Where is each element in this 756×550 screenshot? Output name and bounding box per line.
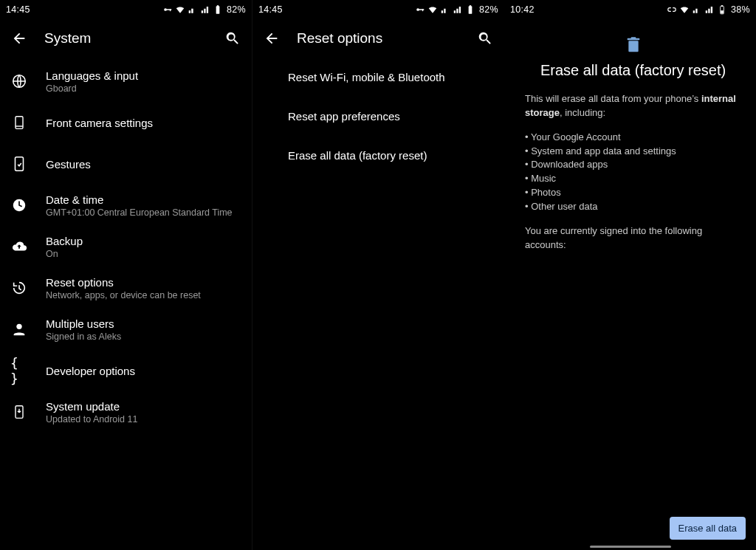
status-bar: 14:45 82%	[0, 0, 252, 19]
status-bar: 10:42 38%	[504, 0, 756, 19]
system-settings-panel: 14:45 82% System Languages & inputGboard…	[0, 0, 252, 550]
svg-rect-4	[217, 5, 219, 7]
erase-bullet: System and app data and settings	[525, 145, 741, 159]
row-label: Reset options	[46, 276, 201, 289]
svg-rect-2	[170, 9, 171, 11]
reset-options-panel: 14:45 82% Reset options Reset Wi-Fi, mob…	[252, 0, 504, 550]
row-label: Developer options	[46, 365, 135, 377]
settings-row-gestures[interactable]: Gestures	[0, 143, 252, 185]
signal-icon-2	[200, 4, 210, 15]
arrow-back-icon	[11, 30, 27, 47]
settings-row-date-time[interactable]: Date & timeGMT+01:00 Central European St…	[0, 185, 252, 226]
battery-text: 82%	[227, 4, 246, 15]
svg-rect-3	[216, 6, 220, 13]
nav-pill[interactable]	[590, 546, 671, 549]
status-icons: 38%	[667, 4, 750, 15]
erase-list: Your Google AccountSystem and app data a…	[525, 131, 741, 214]
person-icon	[10, 320, 28, 338]
trash-icon	[626, 37, 641, 53]
battery-text: 38%	[731, 4, 750, 15]
erase-bullet: Other user data	[525, 200, 741, 214]
factory-reset-panel: 10:42 38% Erase all data (factory reset)…	[504, 0, 756, 550]
settings-row-multiple-users[interactable]: Multiple usersSigned in as Aleks	[0, 309, 252, 350]
svg-point-10	[16, 324, 21, 329]
svg-rect-13	[419, 9, 424, 10]
svg-rect-6	[16, 117, 23, 129]
row-label: Front camera settings	[46, 117, 153, 129]
svg-rect-20	[628, 41, 638, 52]
erase-bullet: Downloaded apps	[525, 158, 741, 172]
reset-option-1[interactable]: Reset app preferences	[252, 97, 504, 136]
restore-icon	[10, 279, 28, 297]
settings-row-system-update[interactable]: System updateUpdated to Android 11	[0, 391, 252, 433]
back-button[interactable]	[9, 28, 30, 49]
row-subtext: Updated to Android 11	[46, 414, 137, 424]
svg-rect-15	[469, 6, 472, 13]
globe-icon	[10, 72, 28, 90]
svg-rect-19	[721, 10, 724, 13]
reset-option-0[interactable]: Reset Wi-Fi, mobile & Bluetooth	[252, 58, 504, 97]
row-label: Gestures	[46, 158, 91, 171]
svg-rect-18	[721, 5, 723, 7]
factory-reset-content: Erase all data (factory reset) This will…	[504, 19, 756, 262]
battery-icon	[465, 4, 475, 15]
status-icons: 82%	[415, 4, 498, 15]
page-title: System	[44, 30, 222, 47]
battery-icon	[213, 4, 223, 15]
erase-all-data-button[interactable]: Erase all data	[670, 517, 746, 540]
reset-option-2[interactable]: Erase all data (factory reset)	[252, 136, 504, 175]
status-icons: 82%	[162, 4, 246, 15]
settings-list: Languages & inputGboardFront camera sett…	[0, 58, 252, 436]
row-subtext: Network, apps, or device can be reset	[46, 290, 201, 300]
system-update-icon	[10, 403, 28, 421]
reset-options-list: Reset Wi-Fi, mobile & BluetoothReset app…	[252, 58, 504, 175]
row-subtext: Gboard	[46, 83, 138, 94]
battery-icon	[717, 4, 727, 15]
erase-bullet: Music	[525, 172, 741, 186]
search-button[interactable]	[222, 28, 243, 49]
clock: 14:45	[6, 4, 30, 15]
settings-row-reset-options[interactable]: Reset optionsNetwork, apps, or device ca…	[0, 267, 252, 309]
signal-icon	[188, 4, 198, 15]
settings-row-backup[interactable]: BackupOn	[0, 226, 252, 267]
row-label: Multiple users	[46, 317, 121, 330]
app-bar: Reset options	[252, 19, 504, 58]
arrow-back-icon	[264, 30, 280, 47]
factory-reset-intro: This will erase all data from your phone…	[525, 92, 741, 120]
clock-icon	[10, 196, 28, 214]
key-icon	[415, 4, 425, 15]
signal-icon-2	[453, 4, 463, 15]
erase-bullet: Your Google Account	[525, 131, 741, 145]
settings-row-front-camera-settings[interactable]: Front camera settings	[0, 102, 252, 143]
back-button[interactable]	[261, 28, 282, 49]
clock: 14:45	[258, 4, 283, 15]
factory-reset-title: Erase all data (factory reset)	[525, 62, 741, 79]
battery-text: 82%	[479, 4, 498, 15]
app-bar: System	[0, 19, 252, 58]
page-title: Reset options	[297, 30, 475, 47]
phone-front-icon	[10, 114, 28, 131]
signed-accounts-text: You are currently signed into the follow…	[525, 224, 741, 252]
signal-icon	[440, 4, 450, 15]
link-icon	[667, 4, 677, 15]
wifi-icon	[679, 4, 690, 15]
svg-rect-14	[422, 9, 423, 11]
braces-icon: { }	[10, 362, 28, 379]
row-label: Date & time	[46, 193, 233, 206]
signal-icon-2	[704, 4, 715, 15]
search-button[interactable]	[475, 28, 495, 49]
trash-icon-wrap	[525, 37, 741, 53]
clock: 10:42	[510, 4, 535, 15]
row-subtext: On	[46, 249, 83, 259]
gesture-icon	[10, 155, 28, 173]
status-bar: 14:45 82%	[252, 0, 504, 19]
wifi-icon	[175, 4, 185, 15]
erase-bullet: Photos	[525, 186, 741, 200]
row-label: System update	[46, 400, 137, 413]
svg-rect-22	[630, 37, 636, 39]
svg-rect-8	[16, 157, 24, 171]
row-subtext: GMT+01:00 Central European Standard Time	[46, 207, 233, 218]
settings-row-languages-input[interactable]: Languages & inputGboard	[0, 61, 252, 102]
row-label: Languages & input	[46, 69, 138, 82]
settings-row-developer-options[interactable]: { }Developer options	[0, 350, 252, 391]
